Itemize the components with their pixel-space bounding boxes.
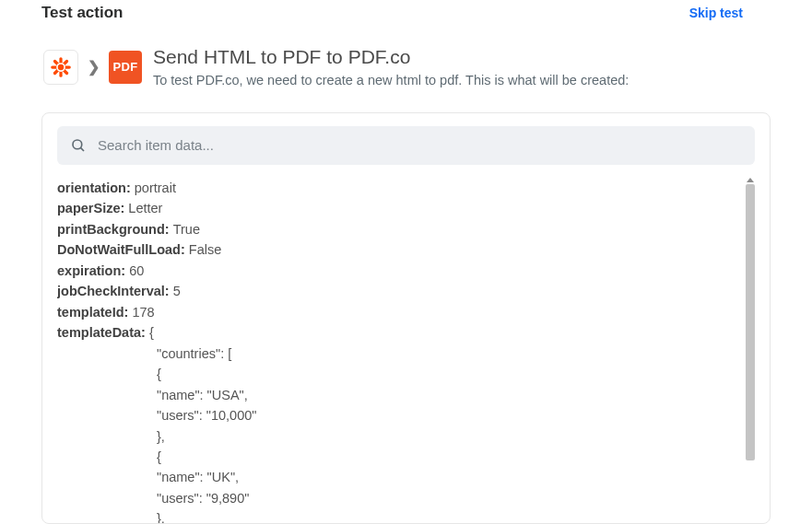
template-data-line: }, [57,426,740,447]
zapier-icon [43,50,78,85]
data-field-row: jobCheckInterval: 5 [57,281,740,301]
data-field-value: Letter [128,201,162,215]
app-icons-group: ❯ PDF [43,50,142,85]
search-icon [70,137,87,154]
data-field-value: { [149,325,154,340]
item-data-list: orientation: portraitpaperSize: Letterpr… [57,178,746,523]
pdfco-icon-label: PDF [113,60,138,74]
search-input[interactable] [96,136,742,154]
data-panel: orientation: portraitpaperSize: Letterpr… [41,112,771,524]
chevron-right-icon: ❯ [88,58,100,76]
scroll-up-arrow-icon[interactable] [747,178,754,182]
data-field-value: 5 [173,284,181,298]
page-title: Test action [41,4,123,22]
data-field-key: printBackground: [57,222,173,237]
pdfco-icon: PDF [109,51,142,84]
data-field-row: DoNotWaitFullLoad: False [57,239,740,260]
data-field-value: True [173,222,200,237]
action-subtitle: To test PDF.co, we need to create a new … [153,72,629,90]
template-data-line: "name": "UK", [57,467,740,487]
data-field-key: templateData: [57,325,149,340]
action-title: Send HTML to PDF to PDF.co [153,44,629,70]
template-data-line: "name": "USA", [57,385,740,405]
template-data-line: { [57,364,740,384]
breadcrumb: ❯ PDF Send HTML to PDF to PDF.co To test… [43,44,771,90]
data-field-key: DoNotWaitFullLoad: [57,242,189,257]
data-field-row: expiration: 60 [57,261,740,281]
skip-test-link[interactable]: Skip test [689,6,743,20]
zapier-starburst-icon [49,55,73,79]
data-field-row: orientation: portrait [57,178,740,198]
template-data-line: "countries": [ [57,344,740,364]
scrollbar[interactable] [746,178,755,523]
data-field-key: orientation: [57,180,135,195]
template-data-line: "users": "9,890" [57,488,740,508]
data-field-key: expiration: [57,263,129,278]
data-field-value: 60 [129,263,144,278]
svg-point-6 [73,140,82,149]
data-field-value: 178 [132,305,154,320]
data-field-row: printBackground: True [57,219,740,239]
data-field-value: portrait [135,180,176,195]
data-field-key: templateId: [57,305,132,320]
data-field-key: paperSize: [57,201,128,215]
template-data-line: }, [57,508,740,523]
template-data-line: "users": "10,000" [57,405,740,425]
svg-line-7 [80,147,84,151]
template-data-line: { [57,447,740,467]
data-field-row: paperSize: Letter [57,198,740,218]
data-field-key: jobCheckInterval: [57,284,173,298]
search-bar[interactable] [57,126,755,165]
data-field-value: False [189,242,221,257]
data-field-row: templateId: 178 [57,302,740,322]
data-field-row: templateData: { [57,322,740,343]
scrollbar-thumb[interactable] [746,184,755,460]
svg-point-5 [58,64,65,71]
